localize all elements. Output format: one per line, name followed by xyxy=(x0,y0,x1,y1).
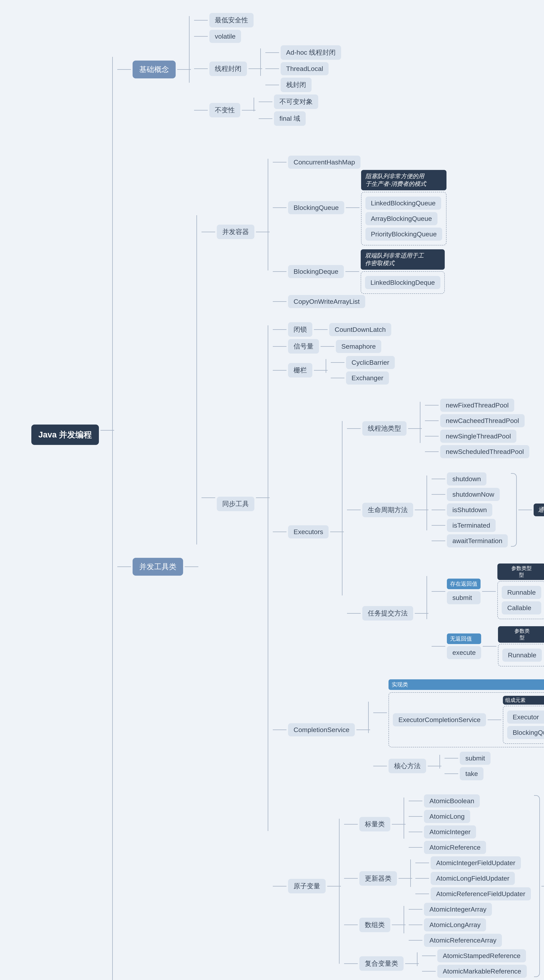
leaf[interactable]: final 域 xyxy=(274,111,306,126)
leaf[interactable]: 原子变量 xyxy=(288,879,326,893)
leaf[interactable]: CopyOnWriteArrayList xyxy=(288,295,365,308)
leaf[interactable]: newFixedThreadPool xyxy=(440,399,514,412)
leaf[interactable]: take xyxy=(460,767,483,780)
leaf[interactable]: Executor xyxy=(507,711,544,724)
leaf[interactable]: shutdown xyxy=(447,473,487,485)
leaf[interactable]: isTerminated xyxy=(447,519,496,532)
note: 参数类型型 xyxy=(497,563,544,580)
leaf[interactable]: awaitTermination xyxy=(447,534,508,547)
leaf[interactable]: CompletionService xyxy=(288,723,355,737)
leaf[interactable]: AtomicReferenceFieldUpdater xyxy=(431,887,531,900)
mindmap-root: .ln{stroke:#a7b4c6;stroke-width:3;fill:n… xyxy=(31,12,536,980)
leaf[interactable]: shutdownNow xyxy=(447,488,500,501)
leaf[interactable]: BlockingQueue xyxy=(507,726,544,739)
leaf[interactable]: 栈封闭 xyxy=(281,78,312,92)
leaf[interactable]: 复合变量类 xyxy=(359,956,404,971)
leaf[interactable]: Ad-hoc 线程封闭 xyxy=(281,45,341,60)
leaf[interactable]: 不可变对象 xyxy=(274,94,318,109)
tag: 无返回值 xyxy=(447,633,481,644)
note: 双端队列非常适用于工作密取模式 xyxy=(361,249,445,270)
note: 参数类型 xyxy=(498,626,544,643)
leaf[interactable]: AtomicBoolean xyxy=(424,794,480,808)
leaf[interactable]: execute xyxy=(447,646,481,659)
leaf[interactable]: ConcurrentHashMap xyxy=(288,156,360,169)
leaf[interactable]: Exchanger xyxy=(346,371,389,385)
leaf[interactable]: 信号量 xyxy=(288,339,319,353)
leaf[interactable]: ArrayBlockingQueue xyxy=(365,212,438,225)
tag: 存在返回值 xyxy=(447,579,481,589)
leaf[interactable]: isShutdown xyxy=(447,503,492,517)
main-branches: 基础概念 最低安全性 volatile 线程封闭 Ad-hoc 线程封闭 Thr… xyxy=(116,12,544,980)
note: 阻塞队列非常方便的用于生产者-消费者的模式 xyxy=(361,170,446,190)
leaf[interactable]: Callable xyxy=(502,601,541,614)
leaf[interactable]: 不变性 xyxy=(209,103,240,118)
leaf[interactable]: AtomicMarkableReference xyxy=(437,965,527,978)
leaf[interactable]: AtomicLongArray xyxy=(424,918,486,931)
leaf[interactable]: 核心方法 xyxy=(389,759,426,773)
leaf[interactable]: ThreadLocal xyxy=(281,62,328,75)
leaf[interactable]: newCacheedThreadPool xyxy=(440,414,524,427)
leaf[interactable]: 同步工具 xyxy=(217,497,254,511)
tag: 实现类 xyxy=(389,679,544,690)
leaf[interactable]: submit xyxy=(447,591,481,604)
node-basic-concepts[interactable]: 基础概念 xyxy=(133,60,176,78)
leaf[interactable]: Semaphore xyxy=(336,340,381,353)
leaf[interactable]: 数组类 xyxy=(359,918,390,932)
leaf[interactable]: 生命周期方法 xyxy=(362,503,413,517)
leaf[interactable]: AtomicLongFieldUpdater xyxy=(431,872,515,885)
leaf[interactable]: LinkedBlockingQueue xyxy=(365,197,441,210)
leaf[interactable]: Runnable xyxy=(502,649,542,662)
leaf[interactable]: 栅栏 xyxy=(288,363,312,377)
leaf[interactable]: Executors xyxy=(288,525,328,538)
leaf[interactable]: AtomicIntegerFieldUpdater xyxy=(431,856,521,869)
leaf[interactable]: 线程封闭 xyxy=(209,62,247,76)
leaf[interactable]: CyclicBarrier xyxy=(346,356,395,369)
leaf[interactable]: 线程池类型 xyxy=(362,421,406,436)
leaf[interactable]: Runnable xyxy=(502,586,541,599)
leaf[interactable]: submit xyxy=(460,752,490,765)
note: 通过 ExecutorService 来管理 xyxy=(534,504,544,516)
leaf[interactable]: newSingleThreadPool xyxy=(440,430,516,443)
leaf[interactable]: BlockingQueue xyxy=(288,201,344,214)
leaf[interactable]: volatile xyxy=(209,30,241,43)
note: 组成元素 xyxy=(503,696,544,705)
leaf[interactable]: AtomicReferenceArray xyxy=(424,934,502,947)
leaf[interactable]: AtomicIntegerArray xyxy=(424,903,492,916)
leaf[interactable]: 更新器类 xyxy=(359,871,397,886)
leaf[interactable]: 闭锁 xyxy=(288,322,312,337)
leaf[interactable]: BlockingDeque xyxy=(288,265,344,278)
leaf[interactable]: LinkedBlockingDeque xyxy=(365,276,441,289)
leaf[interactable]: AtomicLong xyxy=(424,810,470,823)
branch-basic: 基础概念 最低安全性 volatile 线程封闭 Ad-hoc 线程封闭 Thr… xyxy=(116,12,544,127)
leaf[interactable]: CountDownLatch xyxy=(329,323,391,336)
leaf[interactable]: AtomicStampedReference xyxy=(437,949,526,963)
leaf[interactable]: 标量类 xyxy=(359,817,390,831)
leaf[interactable]: newScheduledThreadPool xyxy=(440,445,529,458)
leaf[interactable]: AtomicReference xyxy=(424,841,486,854)
leaf[interactable]: AtomicInteger xyxy=(424,826,476,838)
leaf[interactable]: 最低安全性 xyxy=(209,13,254,27)
branch-concurrent-tools: 并发工具类 并发容器 ConcurrentHashMap BlockingQue… xyxy=(116,154,544,979)
leaf[interactable]: PriorityBlockingQueue xyxy=(365,228,442,241)
leaf[interactable]: 并发容器 xyxy=(217,224,254,239)
node-concurrent-tools[interactable]: 并发工具类 xyxy=(133,558,183,576)
leaf[interactable]: 任务提交方法 xyxy=(362,606,413,620)
leaf[interactable]: ExecutorCompletionService xyxy=(393,713,486,726)
root-node[interactable]: Java 并发编程 xyxy=(31,425,99,445)
